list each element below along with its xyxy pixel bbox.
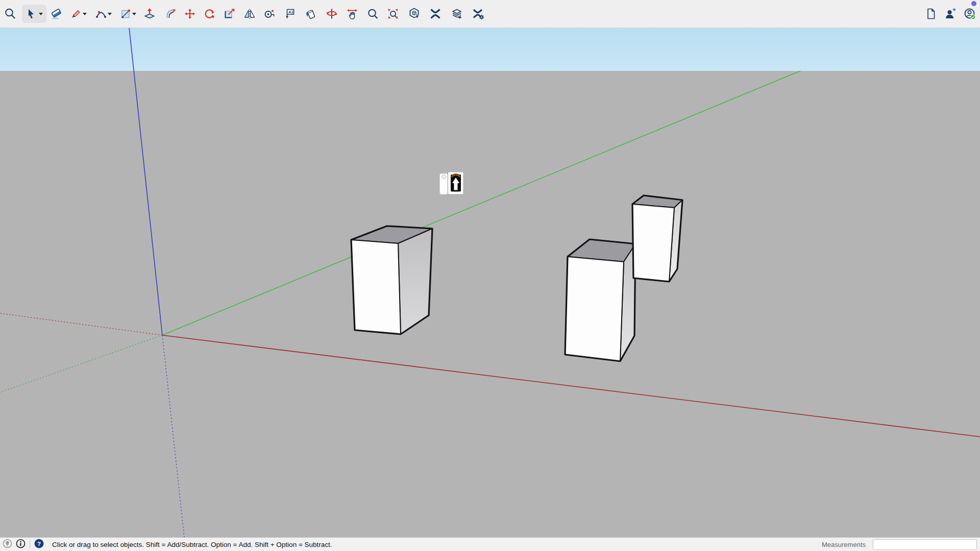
pushpull-tool-button[interactable] bbox=[143, 7, 156, 20]
pan-hand-icon bbox=[346, 7, 359, 20]
eraser-tool-button[interactable] bbox=[50, 7, 63, 20]
orbit-tool-button[interactable] bbox=[325, 7, 338, 20]
chevron-down-icon[interactable] bbox=[83, 13, 87, 15]
cross-settings-tool-button[interactable] bbox=[472, 7, 485, 20]
select-tool-button[interactable] bbox=[22, 5, 46, 23]
pencil-icon bbox=[69, 7, 82, 20]
box-left[interactable] bbox=[351, 226, 432, 334]
move-icon bbox=[183, 7, 197, 20]
svg-text:A1: A1 bbox=[288, 10, 293, 14]
box-middle[interactable] bbox=[565, 239, 635, 361]
help-button[interactable]: ? bbox=[34, 540, 44, 549]
tape-measure-icon bbox=[263, 7, 276, 20]
svg-text:?: ? bbox=[37, 541, 41, 547]
toolbar: A1 bbox=[0, 0, 980, 28]
new-file-button[interactable] bbox=[924, 7, 938, 20]
offset-icon bbox=[164, 7, 178, 20]
model-viewport[interactable] bbox=[0, 28, 980, 537]
flip-tool-button[interactable] bbox=[243, 7, 256, 20]
scale-icon bbox=[223, 7, 236, 20]
magnifier-icon bbox=[366, 7, 379, 20]
box-right[interactable] bbox=[632, 195, 682, 282]
warehouse-tool-button[interactable] bbox=[408, 7, 421, 20]
warehouse-download-icon bbox=[408, 7, 421, 20]
search-icon bbox=[4, 7, 17, 20]
sky bbox=[0, 28, 980, 71]
line-tool-button[interactable] bbox=[69, 7, 82, 20]
paint-tool-button[interactable] bbox=[304, 7, 317, 20]
mouse-button-indicator bbox=[442, 174, 446, 179]
tape-measure-tool-button[interactable] bbox=[263, 7, 276, 20]
eraser-icon bbox=[50, 7, 63, 20]
info-button[interactable] bbox=[16, 540, 26, 549]
chevron-down-icon[interactable] bbox=[132, 13, 136, 15]
file-icon bbox=[924, 7, 938, 20]
status-hint-text: Click or drag to select objects. Shift =… bbox=[52, 541, 332, 548]
text-label-icon: A1 bbox=[283, 7, 297, 20]
text-tool-button[interactable]: A1 bbox=[283, 7, 297, 20]
divider bbox=[30, 540, 30, 548]
measurements-input[interactable] bbox=[873, 539, 977, 550]
question-icon: ? bbox=[34, 539, 44, 550]
add-person-icon bbox=[944, 7, 957, 20]
keycast-overlay bbox=[440, 172, 464, 194]
measurements-label: Measurements bbox=[822, 541, 866, 548]
arc-tool-button[interactable] bbox=[94, 7, 108, 20]
info-icon bbox=[16, 539, 26, 550]
cross-bands-tool-button[interactable] bbox=[429, 7, 442, 20]
shape-tool-button[interactable] bbox=[119, 7, 133, 20]
pan-tool-button[interactable] bbox=[346, 7, 359, 20]
account-avatar-icon bbox=[963, 7, 976, 20]
move-tool-button[interactable] bbox=[183, 7, 197, 20]
account-button[interactable] bbox=[963, 7, 976, 20]
zoom-tool-button[interactable] bbox=[366, 7, 379, 20]
arc-icon bbox=[94, 7, 108, 20]
notification-dot bbox=[971, 1, 976, 6]
zoom-extents-tool-button[interactable] bbox=[386, 7, 400, 20]
layers-export-icon bbox=[450, 7, 463, 20]
cross-bands-icon bbox=[429, 7, 442, 20]
rotate-icon bbox=[203, 7, 216, 20]
ground bbox=[0, 71, 980, 537]
hint-button[interactable] bbox=[3, 540, 12, 549]
chevron-down-icon[interactable] bbox=[108, 13, 112, 15]
rotate-tool-button[interactable] bbox=[203, 7, 216, 20]
offset-tool-button[interactable] bbox=[164, 7, 178, 20]
zoom-extents-icon bbox=[386, 7, 400, 20]
orbit-icon bbox=[325, 7, 338, 20]
rectangle-icon bbox=[119, 7, 133, 20]
search-tool-button[interactable] bbox=[4, 7, 17, 20]
invite-button[interactable] bbox=[944, 7, 957, 20]
sketchup-app: A1 bbox=[0, 0, 980, 551]
layers-export-tool-button[interactable] bbox=[450, 7, 463, 20]
scene-canvas[interactable] bbox=[0, 28, 980, 537]
chevron-down-icon bbox=[39, 13, 43, 15]
lightbulb-icon bbox=[3, 539, 12, 550]
pushpull-icon bbox=[143, 7, 156, 20]
paint-bucket-icon bbox=[304, 7, 317, 20]
flip-icon bbox=[243, 7, 256, 20]
status-bar: ? Click or drag to select objects. Shift… bbox=[0, 537, 980, 551]
cross-settings-icon bbox=[472, 7, 485, 20]
scale-tool-button[interactable] bbox=[223, 7, 236, 20]
